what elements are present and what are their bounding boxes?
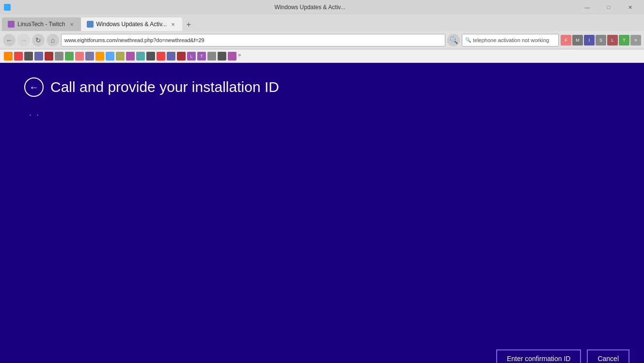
bookmark-icon-6[interactable] [55, 52, 63, 60]
bookmarks-bar: L T » [0, 49, 644, 63]
close-button[interactable]: ✕ [620, 2, 640, 13]
loading-indicator: · · [29, 109, 620, 120]
cancel-button[interactable]: Cancel [587, 349, 629, 363]
bookmark-icon-9[interactable] [85, 52, 94, 60]
bookmark-icon-20[interactable] [218, 52, 226, 60]
enter-confirmation-button[interactable]: Enter confirmation ID [496, 349, 581, 363]
bookmark-more[interactable]: » [238, 52, 241, 60]
minimize-button[interactable]: — [577, 2, 597, 13]
bookmark-icon-5[interactable] [45, 52, 53, 60]
bookmark-icon-3[interactable] [24, 52, 33, 60]
tab-close-windows[interactable]: ✕ [170, 21, 176, 28]
browser-logo [4, 4, 11, 11]
tab-favicon-ie [87, 21, 94, 28]
bookmark-icon-21[interactable] [228, 52, 236, 60]
toolbar-icon-1[interactable]: F [561, 35, 571, 45]
forward-button[interactable]: → [17, 34, 30, 46]
page-content: Use a title that describes your problem … [0, 63, 644, 363]
bookmark-icon-10[interactable] [95, 52, 104, 60]
title-bar: Windows Updates & Activ... — □ ✕ [0, 0, 644, 15]
tab-label-windows: Windows Updates & Activ... [96, 21, 167, 28]
activation-overlay: ← Call and provide your installation ID … [0, 63, 644, 363]
bookmark-icon-8[interactable] [75, 52, 84, 60]
toolbar-icon-3[interactable]: I [584, 35, 595, 45]
tabs-bar: LinusTech - Twitch ✕ Windows Updates & A… [0, 15, 644, 31]
toolbar-icon-6[interactable]: T [619, 35, 629, 45]
bookmark-icon-2[interactable] [14, 52, 23, 60]
bookmark-icon-14[interactable] [136, 52, 145, 60]
bookmark-icon-13[interactable] [126, 52, 135, 60]
bookmark-icon-18[interactable] [177, 52, 186, 60]
window-controls[interactable]: — □ ✕ [577, 2, 640, 13]
bookmark-icon-7[interactable] [65, 52, 74, 60]
bookmark-icon-15[interactable] [146, 52, 155, 60]
activation-content: ← Call and provide your installation ID … [0, 63, 644, 340]
bookmark-icon-4[interactable] [34, 52, 43, 60]
search-icon[interactable]: 🔍 [447, 34, 460, 46]
bookmark-icon-17[interactable] [167, 52, 175, 60]
bookmark-icon-19[interactable] [207, 52, 216, 60]
search-text: telephone activation not working [473, 37, 549, 43]
address-text: www.eightforums.com/newthread.php?do=new… [64, 37, 204, 43]
bookmark-icon-12[interactable] [116, 52, 125, 60]
address-bar[interactable]: www.eightforums.com/newthread.php?do=new… [61, 34, 445, 46]
activation-spacer [24, 120, 620, 325]
tab-favicon-twitch [8, 21, 15, 28]
browser-chrome: Windows Updates & Activ... — □ ✕ LinusTe… [0, 0, 644, 63]
toolbar-icon-5[interactable]: L [607, 35, 618, 45]
back-button-activation[interactable]: ← [24, 77, 44, 97]
new-tab-button[interactable]: + [182, 18, 195, 31]
activation-title-row: ← Call and provide your installation ID [24, 77, 620, 97]
bookmark-icon-16[interactable] [157, 52, 165, 60]
address-bar-row: ← → ↻ ⌂ www.eightforums.com/newthread.ph… [0, 31, 644, 49]
loading-dots-text: · · [29, 109, 40, 120]
home-button[interactable]: ⌂ [47, 34, 59, 46]
back-arrow-icon: ← [29, 82, 39, 93]
refresh-button[interactable]: ↻ [32, 34, 45, 46]
activation-title: Call and provide your installation ID [50, 79, 279, 95]
toolbar-icon-2[interactable]: M [572, 35, 583, 45]
toolbar-icon-menu[interactable]: ≡ [630, 35, 641, 45]
search-bar[interactable]: 🔍 telephone activation not working [462, 34, 559, 46]
tab-close-linustech[interactable]: ✕ [68, 21, 75, 28]
toolbar-icon-4[interactable]: S [596, 35, 606, 45]
activation-footer: Enter confirmation ID Cancel [0, 340, 644, 363]
bookmark-icon-linustech[interactable]: L [187, 52, 196, 60]
back-button[interactable]: ← [3, 34, 16, 46]
bookmark-icon-11[interactable] [106, 52, 114, 60]
toolbar-icons: F M I S L T ≡ [561, 35, 641, 45]
bookmark-icon-twitch[interactable]: T [197, 52, 206, 60]
tab-linustech[interactable]: LinusTech - Twitch ✕ [2, 17, 81, 31]
maximize-button[interactable]: □ [598, 2, 619, 13]
bookmark-icon-1[interactable] [4, 52, 13, 60]
tab-windows-updates[interactable]: Windows Updates & Activ... ✕ [81, 17, 183, 31]
search-engine-icon: 🔍 [465, 37, 471, 43]
window-title: Windows Updates & Activ... [43, 4, 577, 11]
tab-label-linustech: LinusTech - Twitch [17, 21, 65, 28]
